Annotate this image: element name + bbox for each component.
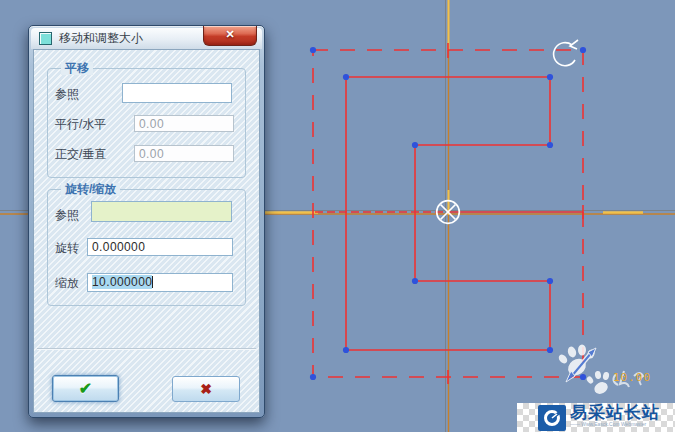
- rotate-input[interactable]: 0.000000: [87, 238, 233, 256]
- scale-selected-text: 10.000000: [92, 275, 152, 289]
- translate-reference-label: 参照: [55, 86, 79, 103]
- x-icon: ✖: [200, 381, 212, 397]
- translate-group-legend: 平移: [61, 62, 93, 75]
- scale-label: 缩放: [55, 275, 79, 292]
- horizontal-label: 平行/水平: [55, 116, 106, 133]
- move-resize-dialog: 移动和调整大小 ✕ 平移 参照 平行/水平 0.00 正交/垂直 0.00 旋转…: [28, 25, 265, 418]
- rotate-handle-icon[interactable]: [554, 40, 578, 66]
- dialog-body: 平移 参照 平行/水平 0.00 正交/垂直 0.00 旋转/缩放 参照 旋转 …: [33, 49, 260, 413]
- text-caret: [152, 276, 153, 288]
- easck-watermark: 易采站长站 —— Www.Easck.Com Webmaster: [517, 403, 675, 432]
- translate-reference-input[interactable]: [122, 83, 232, 103]
- vertical-input[interactable]: 0.00: [134, 145, 234, 162]
- rotate-scale-group-legend: 旋转/缩放: [61, 183, 120, 196]
- easck-logo-icon: [538, 405, 566, 431]
- rotate-label: 旋转: [55, 240, 79, 257]
- dimension-label: 10.00: [613, 371, 651, 384]
- separator: [37, 348, 256, 350]
- vertical-label: 正交/垂直: [55, 146, 106, 163]
- cad-viewport: 10.00 易采站长站 —— Www.Easck.Com Webmaster 移…: [0, 0, 675, 432]
- scale-input[interactable]: 10.000000: [87, 273, 233, 292]
- horizontal-input[interactable]: 0.00: [134, 115, 234, 132]
- ok-button[interactable]: ✔: [52, 375, 119, 402]
- check-icon: ✔: [79, 379, 92, 398]
- dialog-icon: [39, 32, 52, 45]
- dialog-title: 移动和调整大小: [59, 30, 143, 47]
- close-button[interactable]: ✕: [203, 26, 257, 46]
- easck-site-name: 易采站长站: [570, 404, 675, 421]
- easck-site-subtitle: —— Www.Easck.Com Webmaster: [570, 422, 646, 427]
- rotate-reference-input[interactable]: [91, 201, 232, 222]
- cancel-button[interactable]: ✖: [172, 376, 240, 402]
- rotate-reference-label: 参照: [55, 207, 79, 224]
